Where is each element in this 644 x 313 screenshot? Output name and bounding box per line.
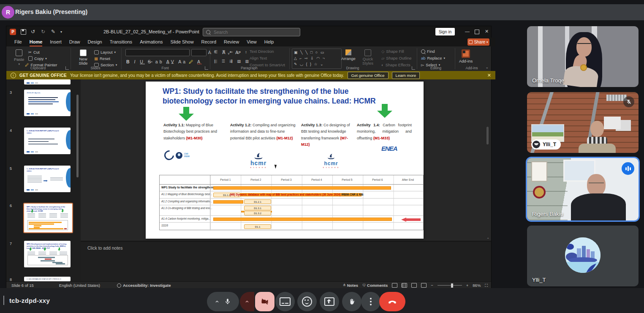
font-style-buttons[interactable]: B I U S ab A̲V̲ Aa — [126, 59, 187, 64]
highlight-color-button[interactable]: 🖉 — [189, 59, 195, 64]
reading-view-icon[interactable] — [411, 283, 417, 288]
new-slide-icon — [80, 49, 87, 56]
tab-transitions[interactable]: Transitions — [106, 38, 136, 46]
restore-button[interactable] — [475, 30, 479, 34]
minimize-button[interactable]: — — [465, 29, 470, 34]
editor-scrollbar[interactable] — [486, 127, 489, 144]
sign-in-button[interactable]: Sign in — [435, 28, 455, 35]
zoom-slider[interactable] — [437, 285, 462, 286]
presenting-banner-title: Rigers Bakiu (Presenting) — [15, 8, 87, 15]
gantt-row-11116: 11116 D1.1 — [160, 223, 423, 231]
get-genuine-office-button[interactable]: Get genuine Office — [348, 72, 389, 79]
tab-review[interactable]: Review — [220, 38, 243, 46]
arrange-button[interactable]: Arrange — [341, 49, 356, 61]
save-icon[interactable] — [21, 29, 26, 35]
captions-icon — [280, 297, 291, 306]
thumbnail-slide-6-selected[interactable]: WP1: Study to facilitate the strengtheni… — [23, 203, 73, 233]
reset-button[interactable]: ▦Reset — [94, 56, 110, 61]
find-button[interactable]: Find — [421, 49, 435, 54]
thumbnail-slide-3[interactable]: 2B-BLUE: Agenda — [24, 90, 71, 116]
drawing-dialog-launcher[interactable] — [412, 66, 415, 70]
text-direction-button[interactable]: Text Direction — [250, 49, 274, 54]
reactions-button[interactable] — [297, 292, 317, 311]
tab-view[interactable]: View — [243, 38, 261, 46]
thumbnail-slide-8-partial[interactable]: 2. DELIVERABLES STATUS WP 2 PERIOD 3 — [24, 277, 71, 281]
captions-button[interactable] — [275, 292, 295, 311]
ppt-search-box[interactable] — [203, 28, 300, 36]
warning-close-icon[interactable]: ✕ — [487, 73, 491, 78]
close-button[interactable]: ✕ — [485, 29, 489, 34]
tab-home[interactable]: Home — [26, 38, 46, 46]
participant-tile-ornela[interactable]: Ornela Troqe — [527, 26, 639, 87]
collapse-ribbon-icon[interactable]: ⌄ — [485, 65, 489, 69]
mic-button[interactable] — [207, 292, 239, 311]
clipboard-group-label: Clipboard — [6, 66, 70, 70]
camera-off-button[interactable] — [255, 292, 274, 311]
tab-file[interactable]: File — [11, 38, 26, 46]
thumbnail-slide-4[interactable]: 1. JOIN ACTION REPORT (JAR) Period 2 sta… — [24, 128, 71, 154]
clipboard-dialog-launcher[interactable] — [65, 66, 69, 70]
zoom-in-icon[interactable]: + — [466, 283, 469, 288]
more-options-button[interactable] — [361, 292, 380, 311]
align-buttons[interactable]: ⬱ ☰ ⇶ ▤ ▥ — [214, 59, 250, 64]
font-dialog-launcher[interactable] — [205, 66, 208, 70]
learn-more-button[interactable]: Learn more — [392, 72, 420, 79]
comments-toggle-button[interactable]: 🗨Comments — [362, 283, 388, 288]
shape-outline-button[interactable]: ▱Shape Outline — [381, 56, 412, 60]
ink-toolbar-icon[interactable]: ✎ — [51, 29, 55, 35]
quick-access-dropdown-icon[interactable]: ▾ — [60, 30, 62, 34]
normal-view-icon[interactable] — [392, 283, 397, 288]
raise-hand-button[interactable] — [342, 292, 361, 311]
thumbnail-slide-7[interactable]: WP2: Development and implementation of t… — [24, 241, 71, 267]
gantt-row-a1-3: A1.3 Co-designing of BBt testing and kno… — [160, 205, 423, 216]
zoom-out-icon[interactable]: − — [431, 283, 433, 288]
shape-fill-button[interactable]: ◇Shape Fill — [381, 49, 404, 54]
thumbnail-scrollbar[interactable] — [76, 95, 79, 177]
participant-tile-ylli-video[interactable]: Ylli_T — [527, 92, 639, 153]
redo-icon[interactable]: ↻ — [41, 29, 45, 35]
slide-sorter-view-icon[interactable] — [402, 283, 407, 288]
language-indicator[interactable]: English (United States) — [59, 283, 100, 288]
font-name-combobox[interactable] — [125, 49, 190, 56]
copy-button[interactable]: Copy▾ — [28, 56, 47, 61]
tab-insert[interactable]: Insert — [46, 38, 65, 46]
find-icon — [421, 49, 425, 54]
present-screen-button[interactable] — [320, 292, 339, 311]
quick-styles-button[interactable]: Quick Styles — [360, 49, 375, 66]
notes-pane[interactable]: Click to add notes — [81, 241, 491, 282]
camera-options-chevron[interactable] — [240, 292, 254, 311]
paste-button[interactable]: Paste▾ — [14, 49, 24, 66]
search-input[interactable] — [213, 29, 291, 35]
green-down-arrow-icon — [377, 104, 392, 118]
camera-off-icon — [261, 297, 269, 306]
share-button[interactable]: Share▾ — [467, 38, 489, 46]
thumbnail-slide-5[interactable]: 1. JOIN ACTION REPORT (JAR) Period 2 sta… — [24, 166, 71, 192]
participant-tile-ylli-avatar[interactable]: Ylli_T — [527, 226, 639, 286]
slideshow-view-icon[interactable] — [421, 283, 427, 288]
end-call-button[interactable] — [379, 292, 405, 311]
list-indent-buttons[interactable]: ☰ ☰ ⇤ ⇥ ↕ — [214, 50, 249, 54]
add-ins-button[interactable]: Add-ins — [459, 49, 473, 63]
zoom-level[interactable]: 86% — [473, 283, 481, 288]
tab-draw[interactable]: Draw — [65, 38, 84, 46]
fit-slide-to-window-icon[interactable]: ⛶ — [485, 283, 488, 288]
new-slide-button[interactable]: New Slide — [75, 49, 91, 66]
font-color-button[interactable]: A — [197, 59, 202, 64]
tab-help[interactable]: Help — [261, 38, 278, 46]
font-size-combobox[interactable] — [191, 49, 207, 56]
tab-animations[interactable]: Animations — [136, 38, 166, 46]
tab-design[interactable]: Design — [84, 38, 106, 46]
replace-button[interactable]: abReplace▾ — [421, 56, 445, 60]
accessibility-status[interactable]: Accessibility: Investigate — [117, 283, 171, 288]
thumbnail-slide-2-partial[interactable] — [24, 79, 71, 84]
layout-button[interactable]: Layout▾ — [94, 50, 116, 54]
warning-label: GET GENUINE OFFICE — [19, 73, 67, 78]
tab-record[interactable]: Record — [198, 38, 220, 46]
tab-slide-show[interactable]: Slide Show — [167, 38, 198, 46]
notes-toggle-button[interactable]: ≜Notes — [343, 283, 358, 288]
undo-icon[interactable]: ↺ — [31, 29, 35, 35]
slide-canvas[interactable]: WP1: Study to facilitate the strengtheni… — [146, 82, 424, 239]
cut-button[interactable]: ✂Cut — [28, 50, 40, 54]
participant-tile-rigers-speaking[interactable]: Rigers Bakiu — [527, 158, 639, 220]
align-text-button[interactable]: Align Text — [250, 56, 267, 60]
